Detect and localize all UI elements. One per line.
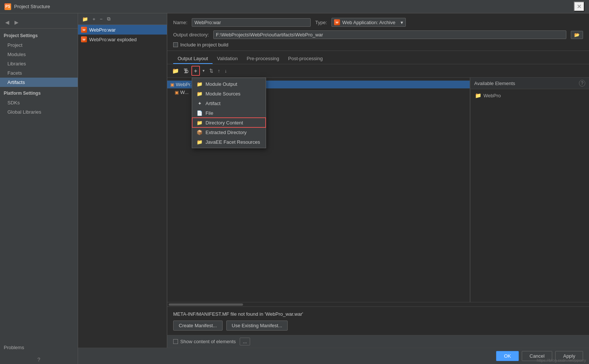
tab-output-layout[interactable]: Output Layout [173, 54, 213, 64]
dropdown-item-extracted-directory[interactable]: 📦 Extracted Directory [192, 127, 266, 137]
dropdown-item-label: JavaEE Facet Resources [205, 139, 260, 145]
avail-item-label: WebPro [483, 93, 501, 98]
name-input[interactable] [192, 18, 311, 27]
tab-label: Post-processing [288, 56, 323, 61]
main-container: ◀ ▶ Project Settings Project Modules Lib… [0, 13, 589, 364]
title-bar-left: PS Project Structure [4, 3, 50, 10]
forward-button[interactable]: ▶ [13, 19, 20, 26]
available-elements-header: Available Elements ? [470, 78, 589, 89]
sidebar-item-label: Facets [7, 70, 22, 76]
sidebar-item-artifacts[interactable]: Artifacts [0, 78, 78, 87]
back-button[interactable]: ◀ [4, 19, 11, 26]
chevron-down-icon: ▾ [401, 20, 403, 25]
dropdown-item-module-output[interactable]: 📁 Module Output [192, 79, 266, 89]
layout-add-button[interactable]: + [191, 66, 200, 76]
horizontal-scrollbar[interactable] [167, 302, 589, 306]
dropdown-item-artifact[interactable]: ✦ Artifact [192, 98, 266, 108]
copy-artifact-button[interactable]: ⧉ [105, 15, 112, 23]
bottom-bar: Show content of elements ... [167, 335, 589, 348]
include-build-row: Include in project build [173, 42, 583, 48]
dropdown-item-label: File [205, 110, 213, 116]
close-button[interactable]: ✕ [574, 1, 585, 12]
module-sources-icon: 📁 [197, 91, 203, 97]
artifact-item-webpro-war[interactable]: W WebPro:war [78, 25, 167, 35]
dropdown-menu: 📁 Module Output 📁 Module Sources ✦ Artif… [192, 78, 266, 148]
detail-panel: Name: Type: W Web Application: Archive ▾… [167, 13, 589, 348]
ok-button[interactable]: OK [496, 351, 519, 361]
manifest-section: META-INF/MANIFEST.MF file not found in '… [167, 306, 589, 335]
tab-post-processing[interactable]: Post-processing [284, 54, 327, 64]
use-existing-manifest-button[interactable]: Use Existing Manifest... [226, 321, 288, 331]
avail-item-webpro[interactable]: 📁 WebPro [470, 91, 589, 100]
sidebar-item-sdks[interactable]: SDKs [0, 98, 78, 107]
dropdown-item-file[interactable]: 📄 File [192, 108, 266, 118]
sidebar-item-modules[interactable]: Modules [0, 50, 78, 59]
directory-content-icon: 📁 [197, 120, 203, 126]
add-artifact-folder-button[interactable]: 📁 [80, 15, 90, 23]
include-build-label: Include in project build [180, 42, 228, 48]
sidebar-item-label: Project [7, 42, 22, 48]
scrollbar-thumb [169, 303, 243, 306]
type-select-value: Web Application: Archive [342, 20, 395, 25]
tab-pre-processing[interactable]: Pre-processing [242, 54, 284, 64]
tree-item-label: W... [180, 90, 188, 95]
war-icon: W [81, 27, 87, 33]
folder-dark-icon: 📁 [475, 92, 481, 98]
dropdown-item-javaee-facet[interactable]: 📁 JavaEE Facet Resources [192, 137, 266, 147]
artifact-toolbar: 📁 + − ⧉ [78, 13, 167, 25]
artifact-icon: ✦ [197, 100, 203, 106]
window-title: Project Structure [14, 4, 50, 9]
include-build-checkbox[interactable] [173, 42, 178, 47]
sidebar-item-label: Global Libraries [7, 109, 41, 115]
available-elements-title: Available Elements [474, 81, 515, 86]
war-exploded-icon: W [81, 36, 87, 42]
sidebar-item-problems[interactable]: Problems [0, 343, 78, 352]
dropdown-item-module-sources[interactable]: 📁 Module Sources [192, 89, 266, 98]
layout-up-button[interactable]: ↑ [216, 67, 222, 75]
artifact-item-webpro-war-exploded[interactable]: W WebPro:war exploded [78, 35, 167, 44]
war-small-icon: ▣ [175, 90, 179, 95]
show-content-row: Show content of elements ... [173, 338, 250, 345]
dropdown-item-directory-content[interactable]: 📁 Directory Content [192, 118, 266, 127]
add-artifact-plus-button[interactable]: + [91, 15, 97, 23]
watermark: https://blog.csdn.net/pporry [537, 358, 586, 363]
sidebar-item-project[interactable]: Project [0, 40, 78, 50]
create-manifest-button[interactable]: Create Manifest... [173, 321, 223, 331]
layout-add-more-button[interactable]: ▾ [201, 67, 207, 74]
javaee-facet-icon: 📁 [197, 139, 203, 145]
layout-sort-button[interactable]: ⇅ [207, 67, 215, 75]
tab-label: Output Layout [178, 56, 208, 61]
footer-buttons: OK Cancel Apply [78, 348, 589, 364]
project-settings-section: Project Settings [0, 32, 78, 40]
sidebar-item-libraries[interactable]: Libraries [0, 59, 78, 68]
type-select[interactable]: W Web Application: Archive ▾ [331, 18, 406, 27]
tab-validation[interactable]: Validation [213, 54, 242, 64]
show-content-settings-button[interactable]: ... [240, 338, 250, 345]
layout-add-archive-button[interactable]: 🗜 [182, 67, 191, 75]
dropdown-item-label: Extracted Directory [205, 130, 247, 135]
war-icon: ▣ [170, 82, 174, 87]
sidebar-item-label: Artifacts [7, 79, 25, 85]
browse-button[interactable]: 📂 [571, 31, 583, 39]
tab-bar: Output Layout Validation Pre-processing … [167, 51, 589, 64]
artifact-panel: 📁 + − ⧉ W WebPro:war W WebPro:war explod… [78, 13, 167, 348]
artifact-list: W WebPro:war W WebPro:war exploded [78, 25, 167, 348]
type-select-icon: W [334, 19, 340, 25]
sidebar-item-label: SDKs [7, 100, 20, 105]
layout-down-button[interactable]: ↓ [223, 67, 229, 75]
show-content-checkbox[interactable] [173, 339, 178, 344]
name-row: Name: Type: W Web Application: Archive ▾ [173, 18, 583, 27]
title-bar: PS Project Structure ✕ [0, 0, 589, 13]
layout-add-folder-button[interactable]: 📁 [170, 66, 181, 75]
sidebar-item-facets[interactable]: Facets [0, 68, 78, 78]
file-icon: 📄 [197, 110, 203, 116]
remove-artifact-button[interactable]: − [98, 15, 105, 23]
output-dir-label: Output directory: [173, 32, 209, 38]
layout-toolbar: 📁 🗜 + ▾ ⇅ ↑ ↓ [167, 64, 589, 78]
dropdown-item-label: Module Output [205, 81, 237, 87]
output-dir-input[interactable] [213, 30, 566, 39]
help-button[interactable]: ? [0, 355, 78, 364]
available-elements-help-button[interactable]: ? [579, 80, 585, 87]
module-output-icon: 📁 [197, 81, 203, 87]
sidebar-item-global-libraries[interactable]: Global Libraries [0, 107, 78, 117]
